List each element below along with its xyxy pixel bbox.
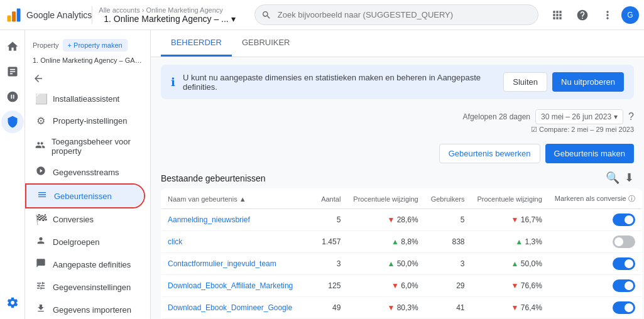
setup-icon: ⬜ <box>35 93 46 105</box>
event-users-pct: ▲ 1,3% <box>471 231 548 253</box>
sidebar-back-button[interactable] <box>25 69 150 88</box>
date-dropdown-icon: ▾ <box>614 112 618 121</box>
sidebar-item-installatie[interactable]: ⬜ Installatieassistent <box>25 88 145 110</box>
date-help-icon[interactable]: ? <box>628 111 634 122</box>
sidebar-item-gegevensstreams[interactable]: Gegevensstreams <box>25 161 145 183</box>
col-name: Naam van gebeurtenis ▲ <box>161 189 315 209</box>
rail-settings-icon[interactable] <box>1 291 24 314</box>
mark-conversion-toggle[interactable] <box>613 301 635 314</box>
col-count: Aantal <box>315 189 347 209</box>
topbar-logo: Google Analytics <box>5 6 92 24</box>
search-input[interactable] <box>254 4 538 25</box>
sidebar-item-label: Gegevensinstellingen <box>53 283 131 292</box>
mark-conversion-toggle[interactable] <box>613 235 635 248</box>
sidebar-property-header: Property + Property maken <box>25 35 150 55</box>
event-count: 125 <box>315 275 347 297</box>
compare-text: Compare: 2 mei – 29 mei 2023 <box>539 126 634 133</box>
avatar[interactable]: G <box>621 6 639 24</box>
col-pct: Procentuele wijziging <box>347 189 424 209</box>
rail-home-icon[interactable] <box>1 35 24 58</box>
sidebar-item-doelgroepen[interactable]: Doelgroepen <box>25 230 145 253</box>
help-icon <box>576 9 589 21</box>
more-icon-button[interactable] <box>596 4 619 26</box>
uitproberen-button[interactable]: Nu uitproberen <box>552 72 624 92</box>
table-search-icon[interactable]: 🔍 <box>606 171 619 185</box>
property-maken-button[interactable]: + Property maken <box>63 39 128 51</box>
sidebar-item-aangepaste-definities[interactable]: Aangepaste definities <box>25 253 145 276</box>
sidebar-item-label: Aangepaste definities <box>53 260 131 269</box>
icon-rail <box>0 30 25 319</box>
tab-gebruiker[interactable]: GEBRUIKER <box>232 30 300 57</box>
rail-explore-icon[interactable] <box>1 85 24 108</box>
event-name: Contactformulier_ingevuld_team <box>161 253 315 275</box>
date-period: Afgelopen 28 dagen <box>463 112 530 121</box>
svg-rect-1 <box>8 15 11 21</box>
sidebar-item-property-instellingen[interactable]: ⚙ Property-instellingen <box>25 110 145 132</box>
up-arrow-icon: ▲ <box>387 259 395 268</box>
mark-conversion-toggle[interactable] <box>613 214 635 226</box>
data-settings-icon <box>35 281 46 293</box>
grid-icon <box>551 9 564 21</box>
property-settings-icon: ⚙ <box>35 115 46 127</box>
event-name: Aanmelding_nieuwsbrief <box>161 209 315 231</box>
sidebar-item-gebeurtenissen[interactable]: Gebeurtenissen <box>26 185 144 207</box>
table-row: Download_Ebook_Domineer_Google 49 ▼ 80,3… <box>161 297 642 319</box>
event-name: Download_Ebook_Domineer_Google <box>161 297 315 319</box>
gebeurtenis-maken-button[interactable]: Gebeurtenis maken <box>545 144 634 163</box>
gebeurtenis-bewerken-button[interactable]: Gebeurtenis bewerken <box>439 144 540 163</box>
mark-conv-help-icon[interactable]: ⓘ <box>628 195 635 202</box>
event-name: Download_Ebook_Affiliate_Marketing <box>161 275 315 297</box>
events-icon <box>36 190 48 202</box>
ga-logo-icon <box>5 6 23 24</box>
help-icon-button[interactable] <box>571 4 594 26</box>
date-range-value: 30 mei – 26 jun 2023 <box>541 112 611 121</box>
info-banner: ℹ U kunt nu aangepaste dimensies en stat… <box>161 65 634 99</box>
event-count: 5 <box>315 209 347 231</box>
up-arrow-icon: ▲ <box>511 259 519 268</box>
sidebar-item-conversies[interactable]: 🏁 Conversies <box>25 208 145 230</box>
rail-reports-icon[interactable] <box>1 60 24 83</box>
topbar-breadcrumb-section: Alle accounts › Online Marketing Agency … <box>92 6 246 24</box>
custom-defs-icon <box>35 258 46 271</box>
event-users: 41 <box>425 297 471 319</box>
info-icon: ℹ <box>171 75 175 89</box>
event-users: 5 <box>425 209 471 231</box>
down-arrow-icon: ▼ <box>391 281 399 290</box>
import-icon <box>35 303 46 316</box>
svg-rect-3 <box>17 8 21 21</box>
down-arrow-icon: ▼ <box>511 281 519 290</box>
sidebar-item-gegevensinstellingen[interactable]: Gegevensinstellingen <box>25 276 145 298</box>
table-download-icon[interactable]: ⬇ <box>625 171 634 185</box>
date-range-button[interactable]: 30 mei – 26 jun 2023 ▾ <box>535 109 623 124</box>
topbar-property-selector[interactable]: 1. Online Marketing Agency – ... ▾ <box>99 14 240 24</box>
grid-icon-button[interactable] <box>546 4 569 26</box>
sort-icon: ▲ <box>239 195 246 203</box>
info-banner-text: U kunt nu aangepaste dimensies en statis… <box>183 73 496 92</box>
topbar-icons: G <box>546 4 639 26</box>
events-toolbar: Gebeurtenis bewerken Gebeurtenis maken <box>151 139 644 168</box>
sidebar-item-toegangsbeheer[interactable]: Toegangsbeheer voor property <box>25 132 145 161</box>
event-users-pct: ▲ 50,0% <box>471 253 548 275</box>
table-row: Aanmelding_nieuwsbrief 5 ▼ 28,6% 5 ▼ 16,… <box>161 209 642 231</box>
down-arrow-icon: ▼ <box>387 215 395 224</box>
sidebar-item-label: Installatieassistent <box>53 94 119 104</box>
sidebar-item-gegevens-importeren[interactable]: Gegevens importeren <box>25 298 145 319</box>
tab-beheerder[interactable]: BEHEERDER <box>161 30 232 57</box>
svg-rect-2 <box>12 11 16 21</box>
rail-admin-icon[interactable] <box>1 111 24 133</box>
sidebar-item-label: Property-instellingen <box>53 116 128 126</box>
sluiten-button[interactable]: Sluiten <box>503 72 547 92</box>
event-count: 3 <box>315 253 347 275</box>
sub-nav: BEHEERDER GEBRUIKER <box>151 30 644 57</box>
sidebar-item-label: Gegevens importeren <box>53 305 131 315</box>
compare-row: ☑ Compare: 2 mei – 29 mei 2023 <box>151 124 644 139</box>
date-row: Afgelopen 28 dagen 30 mei – 26 jun 2023 … <box>151 107 644 124</box>
down-arrow-icon: ▼ <box>511 303 519 312</box>
content-area: BEHEERDER GEBRUIKER ℹ U kunt nu aangepas… <box>151 30 644 319</box>
mark-conversion-toggle[interactable] <box>613 257 635 270</box>
event-users-pct: ▼ 76,6% <box>471 275 548 297</box>
mark-conversion-toggle[interactable] <box>613 279 635 292</box>
event-pct: ▲ 50,0% <box>347 253 424 275</box>
event-toggle-cell <box>548 231 641 253</box>
col-users: Gebruikers <box>425 189 471 209</box>
